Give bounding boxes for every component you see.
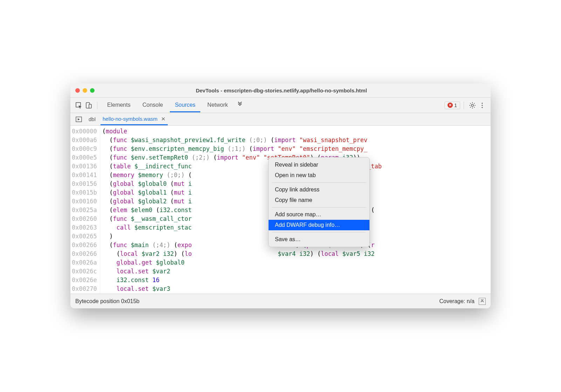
titlebar: DevTools - emscripten-dbg-stories.netlif… — [70, 84, 491, 98]
main-toolbar: Elements Console Sources Network ✕ 1 — [70, 98, 491, 113]
svg-rect-2 — [89, 104, 91, 108]
navigator-toggle-icon[interactable] — [74, 114, 84, 124]
menu-separator — [272, 207, 366, 208]
dbl-label: dbl — [89, 116, 96, 122]
error-count: 1 — [454, 103, 457, 108]
menu-add-source-map[interactable]: Add source map… — [269, 209, 369, 220]
collapse-icon[interactable] — [479, 298, 486, 305]
gutter: 0x000000x000a60x000c90x000e50x001360x001… — [70, 126, 100, 294]
separator — [464, 102, 464, 109]
svg-point-6 — [482, 107, 483, 108]
window-title: DevTools - emscripten-dbg-stories.netlif… — [77, 88, 486, 93]
svg-point-4 — [482, 103, 483, 104]
file-tab[interactable]: hello-no-symbols.wasm ✕ — [101, 113, 168, 125]
sources-subbar: dbl hello-no-symbols.wasm ✕ — [70, 113, 491, 126]
separator — [97, 102, 97, 109]
inspect-icon[interactable] — [74, 100, 84, 110]
status-bar: Bytecode position 0x015b Coverage: n/a — [70, 294, 491, 308]
menu-separator — [272, 182, 366, 183]
menu-copy-link-address[interactable]: Copy link address — [269, 184, 369, 195]
menu-reveal-in-sidebar[interactable]: Reveal in sidebar — [269, 160, 369, 170]
menu-open-in-new-tab[interactable]: Open in new tab — [269, 170, 369, 181]
menu-add-dwarf-debug-info[interactable]: Add DWARF debug info… — [269, 220, 369, 230]
file-tab-name: hello-no-symbols.wasm — [103, 116, 158, 122]
menu-separator — [272, 232, 366, 232]
more-tabs-icon[interactable] — [235, 98, 245, 108]
gear-icon[interactable] — [468, 100, 477, 110]
status-left: Bytecode position 0x015b — [75, 298, 139, 304]
tab-network[interactable]: Network — [202, 98, 233, 112]
tab-elements[interactable]: Elements — [102, 98, 136, 112]
status-coverage: Coverage: n/a — [439, 298, 475, 304]
svg-point-3 — [471, 104, 473, 106]
error-icon: ✕ — [448, 103, 453, 108]
devtools-window: DevTools - emscripten-dbg-stories.netlif… — [70, 84, 491, 308]
menu-copy-file-name[interactable]: Copy file name — [269, 195, 369, 205]
tab-console[interactable]: Console — [138, 98, 168, 112]
panel-tabs: Elements Console Sources Network — [102, 98, 245, 112]
kebab-icon[interactable] — [477, 100, 487, 110]
tab-sources[interactable]: Sources — [170, 98, 200, 112]
context-menu: Reveal in sidebar Open in new tab Copy l… — [268, 157, 370, 247]
svg-point-5 — [482, 105, 483, 106]
menu-save-as[interactable]: Save as… — [269, 234, 369, 245]
svg-rect-8 — [481, 300, 484, 300]
device-toggle-icon[interactable] — [84, 100, 94, 110]
error-badge[interactable]: ✕ 1 — [444, 102, 460, 109]
close-icon[interactable]: ✕ — [161, 116, 166, 122]
